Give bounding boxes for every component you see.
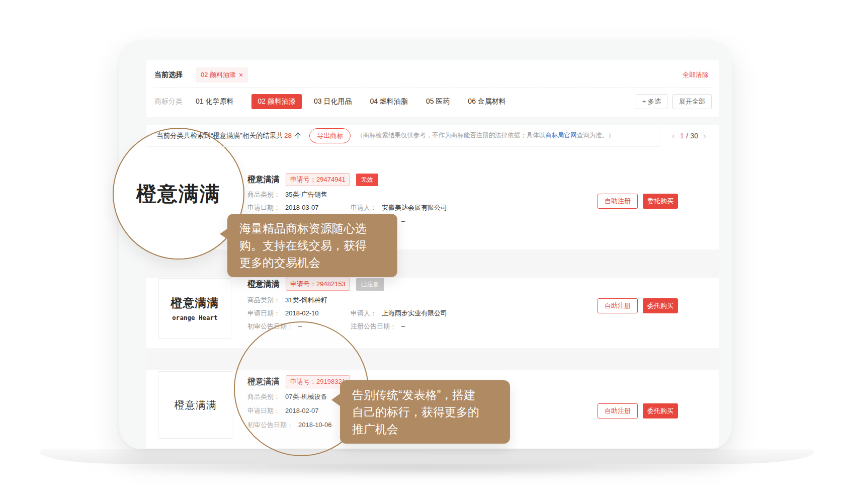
reg-pub-value: – [401, 322, 405, 330]
apply-date-label: 申请日期： [247, 204, 280, 211]
reg-pub-value: – [401, 217, 405, 225]
category-label: 商品类别： [247, 191, 280, 198]
category-row-label: 商标分类 [154, 97, 183, 106]
category-row: 商标分类 01 化学原料 02 颜料油漆 03 日化用品 04 燃料油脂 05 … [154, 94, 712, 110]
category-item-03[interactable]: 03 日化用品 [314, 97, 352, 106]
self-register-button[interactable]: 自助注册 [598, 403, 638, 418]
applicant-label: 申请人： [351, 309, 377, 317]
clear-all-button[interactable]: 全部清除 [683, 70, 709, 79]
trademark-name: 橙意满满 [247, 279, 280, 290]
filter-panel: 当前选择 02 颜料油漆 × 全部清除 商标分类 01 化学原料 02 颜料油漆… [146, 60, 719, 117]
tooltip-promotion: 告别传统“发表格”，搭建 自己的标行，获得更多的 推广机会 [340, 380, 510, 444]
page-separator: / [686, 132, 688, 140]
status-badge: 已注册 [356, 278, 384, 291]
selected-filter-chip[interactable]: 02 颜料油漆 × [196, 67, 248, 82]
current-page: 1 [680, 132, 684, 140]
status-badge: 无效 [356, 174, 378, 186]
trademark-image: 橙意满满 orange Heart [158, 278, 231, 339]
apply-date-value: 2018-02-10 [285, 309, 319, 317]
next-page-icon[interactable]: › [703, 131, 706, 140]
results-count: 28 [284, 132, 292, 139]
category-tools: + 多选 展开全部 [636, 94, 712, 109]
applicant-label: 申请人： [351, 204, 377, 211]
category-item-06[interactable]: 06 金属材料 [468, 97, 505, 106]
trademark-image-text: 橙意满满 [175, 398, 217, 412]
category-line: 商品类别：35类-广告销售 [247, 190, 589, 199]
trademark-image-subtext: orange Heart [172, 314, 217, 321]
result-row-2: 橙意满满 orange Heart 橙意满满 申请号：29482153 已注册 … [146, 278, 719, 348]
total-pages: 30 [691, 132, 699, 140]
row-separator [146, 348, 719, 370]
results-disclaimer: （商标检索结果仅供参考，不作为商标能否注册的法律依据；具体以商标局官网查询为准。… [357, 131, 615, 140]
applicant-value: 安徽美达会展有限公司 [382, 204, 447, 211]
entrust-purchase-button[interactable]: 委托购买 [643, 403, 678, 418]
category-label: 商品类别： [247, 296, 280, 304]
applicant-pair: 申请人：上海雨步实业有限公司 [351, 309, 447, 318]
results-summary-prefix: 当前分类共检索到“橙意满满”相关的结果共 [156, 132, 283, 139]
entrust-purchase-button[interactable]: 委托购买 [643, 298, 678, 313]
multi-select-button[interactable]: + 多选 [636, 94, 667, 109]
self-register-button[interactable]: 自助注册 [598, 298, 638, 313]
current-selection-row: 当前选择 02 颜料油漆 × 全部清除 [154, 67, 709, 82]
date-line: 申请日期：2018-02-10 申请人：上海雨步实业有限公司 [247, 309, 589, 318]
filter-divider [154, 87, 712, 88]
current-selection-label: 当前选择 [154, 70, 183, 79]
export-trademarks-button[interactable]: 导出商标 [309, 128, 351, 143]
applicant-value: 上海雨步实业有限公司 [382, 309, 447, 317]
close-icon[interactable]: × [239, 71, 243, 78]
expand-all-button[interactable]: 展开全部 [672, 94, 712, 109]
row-actions: 自助注册 委托购买 [598, 403, 678, 418]
page: 当前选择 02 颜料油漆 × 全部清除 商标分类 01 化学原料 02 颜料油漆… [0, 0, 853, 504]
apply-date-label: 申请日期： [247, 309, 280, 317]
row-title-line: 橙意满满 申请号：29474941 无效 [247, 173, 378, 186]
results-unit: 个 [295, 132, 302, 139]
trademark-image-text: 橙意满满 [171, 295, 219, 311]
laptop-base [39, 449, 815, 464]
category-item-01[interactable]: 01 化学原料 [196, 97, 233, 106]
trademark-name: 橙意满满 [247, 175, 280, 185]
application-number-tag: 申请号：29474941 [286, 173, 350, 186]
prev-page-icon[interactable]: ‹ [672, 131, 675, 140]
results-summary: 当前分类共检索到“橙意满满”相关的结果共28 个 [156, 131, 301, 140]
category-item-05[interactable]: 05 医药 [426, 97, 450, 106]
results-header: 当前分类共检索到“橙意满满”相关的结果共28 个 导出商标 （商标检索结果仅供参… [146, 125, 719, 147]
date-line: 申请日期：2018-03-07 申请人：安徽美达会展有限公司 [247, 203, 589, 212]
reg-pub-label: 注册公告日期： [351, 322, 396, 330]
magnified-trademark-text: 橙意满满 [136, 180, 221, 208]
trademark-image: 橙意满满 [158, 371, 233, 439]
disclaimer-text: （商标检索结果仅供参考，不作为商标能否注册的法律依据；具体以 [357, 132, 545, 139]
applicant-pair: 申请人：安徽美达会展有限公司 [351, 203, 447, 212]
category-line: 商品类别：31类-饲料种籽 [247, 296, 589, 305]
category-item-04[interactable]: 04 燃料油脂 [370, 97, 407, 106]
entrust-purchase-button[interactable]: 委托购买 [643, 194, 678, 209]
apply-date-value: 2018-03-07 [285, 204, 319, 211]
self-register-button[interactable]: 自助注册 [598, 194, 638, 209]
disclaimer-suffix: 查询为准。） [577, 132, 615, 139]
trademark-office-link[interactable]: 商标局官网 [545, 132, 577, 139]
row-actions: 自助注册 委托购买 [598, 194, 678, 209]
category-value: 31类-饲料种籽 [285, 296, 327, 304]
application-number-tag: 申请号：29482153 [286, 278, 350, 291]
row-actions: 自助注册 委托购买 [598, 298, 678, 313]
pagination: ‹ 1 / 30 › [659, 125, 719, 147]
category-value: 35类-广告销售 [285, 191, 327, 198]
magnifier-circle: 橙意满满 [113, 128, 244, 260]
category-item-02[interactable]: 02 颜料油漆 [251, 94, 301, 109]
reg-pub-pair: 注册公告日期：– [351, 322, 405, 331]
selected-filter-chip-text: 02 颜料油漆 [201, 70, 236, 79]
row-title-line: 橙意满满 申请号：29482153 已注册 [247, 278, 384, 291]
tooltip-marketplace: 海量精品商标资源随心选 购。支持在线交易，获得 更多的交易机会 [227, 214, 397, 277]
